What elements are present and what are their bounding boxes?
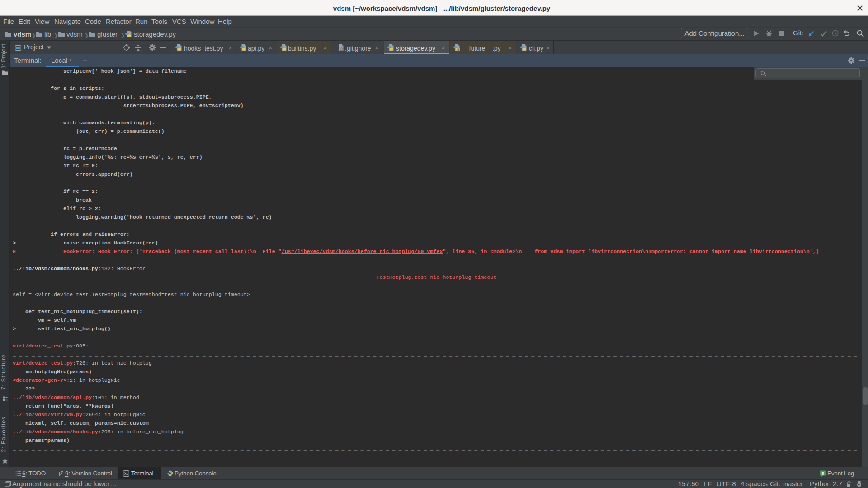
svg-text:5: 5 xyxy=(821,471,824,476)
